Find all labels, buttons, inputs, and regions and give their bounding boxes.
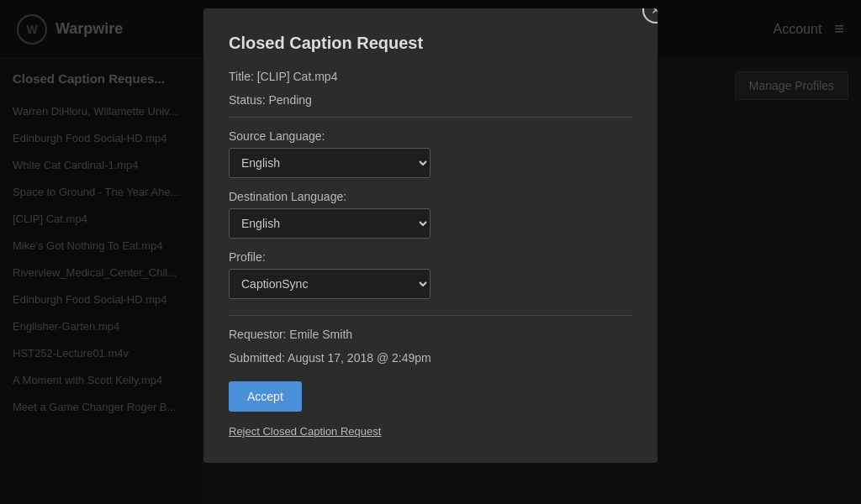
modal-close-button[interactable]: × [642,8,658,24]
destination-language-select[interactable]: English Spanish French German [229,208,430,239]
destination-language-label: Destination Language: [229,190,632,203]
modal-title: Closed Caption Request [229,34,632,53]
reject-link[interactable]: Reject Closed Caption Request [229,425,381,438]
modal-overlay[interactable]: × Closed Caption Request Title: [CLIP] C… [0,0,861,504]
accept-button[interactable]: Accept [229,381,302,412]
profile-select[interactable]: CaptionSync 3Play Media [229,269,430,299]
modal-submitted: Submitted: August 17, 2018 @ 2:49pm [229,351,632,365]
modal-status: Status: Pending [229,93,632,107]
modal-clip-title: Title: [CLIP] Cat.mp4 [229,70,632,83]
modal-dialog: × Closed Caption Request Title: [CLIP] C… [203,8,658,463]
source-language-select[interactable]: English Spanish French German [229,148,430,178]
modal-divider-2 [229,315,632,316]
modal-requestor: Requestor: Emile Smith [229,328,632,341]
modal-divider [229,117,632,118]
profile-label: Profile: [229,250,632,264]
source-language-label: Source Language: [229,129,632,143]
